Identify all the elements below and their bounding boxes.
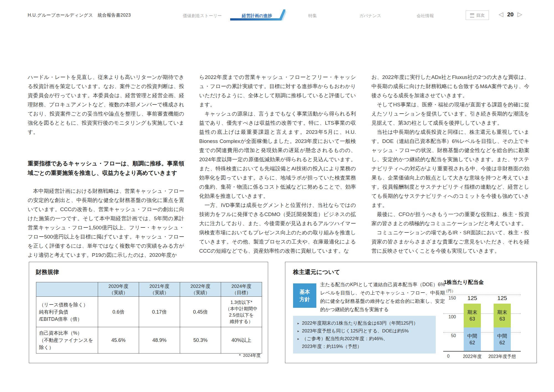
segment-value: 62 [499, 339, 505, 346]
y-tick-100: 100 [443, 314, 456, 319]
bar-segment-interim: 中間 62 [494, 327, 511, 351]
col-header-fy2024: 2024年度 （目標） [221, 282, 262, 297]
bar-total-label: 125 [464, 295, 481, 301]
paragraph: コミュニケーションの場であるIR・SR面談において、株主・投資家の皆さまからさま… [371, 228, 529, 255]
cell-value: 0.6倍 [98, 297, 139, 327]
cell-value: 50.3% [180, 327, 221, 353]
nav-management-plan-progress[interactable]: 経営計画の進捗 [242, 13, 272, 19]
paragraph: そしてHS事業は、医療・福祉の現場が直面する課題を的確に捉えたソリューションを提… [371, 100, 529, 127]
paragraph: お、2022年度に実行したADx社とFluxus社の2つの大きな買収は、中長期の… [371, 73, 529, 100]
paragraph: ハードル・レートを見直し、従来よりも高いリターンが期待できる投資計画を策定してい… [28, 73, 184, 137]
paragraph: キャッシュの源泉は、言うまでもなく事業活動から得られる利益であり、優先すべきは収… [199, 109, 356, 201]
paragraph: 一方、IVD事業は成長セグメントと位置付け、当社ならではの技術力をフルに発揮でき… [199, 201, 356, 255]
toc-label: 目次 [476, 13, 485, 18]
triangle-bullet-icon: ▸ [297, 327, 302, 335]
col-header-fy2020: 2020年度 （実績） [98, 282, 139, 297]
nav-label: 経営計画の進捗 [242, 13, 272, 18]
cell-value: 0.45倍 [180, 297, 221, 327]
col-header-fy2021: 2021年度 （実績） [139, 282, 180, 297]
bar-segment-yearend: 期末 63 [494, 304, 511, 327]
segment-name: 中間 [497, 333, 507, 339]
segment-name: 中間 [467, 333, 477, 339]
cell-target: 40%以上 [221, 327, 262, 353]
chart-title: 1株当たり配当金 [444, 279, 484, 286]
chart-unit-label: （円） [444, 289, 455, 294]
nav-special-feature[interactable]: 特集 [308, 13, 317, 19]
dividend-highlights-box: ▸ 2022年度期末の1株当たり配当金は63円（年間125円） ▸ 2023年度… [293, 316, 436, 353]
list-item: ▸ 2023年度予想も同じく125円とする、DOEは約5% [297, 327, 431, 335]
shareholder-returns-title: 株主還元について [293, 268, 340, 276]
triangle-bullet-icon: ▸ [297, 319, 302, 327]
segment-name: 期末 [497, 309, 507, 316]
page-number: 20 [507, 11, 514, 18]
basic-policy-text: 主たる配当のKPIとして連結自己資本配当率（DOE）6%レベルを目指し、その上で… [320, 280, 445, 314]
article-column-3: お、2022年度に実行したADx社とFluxus社の2つの大きな買収は、中長期の… [371, 73, 529, 255]
basic-policy-badge: 基本 方針 [293, 283, 316, 308]
bar-total-label: 125 [494, 295, 511, 301]
cell-target: 1.3倍以下* （本中計期間中 2.5倍以下を 維持する） [221, 297, 262, 327]
prev-page-button[interactable]: ◁ [499, 11, 503, 17]
triangle-bullet-icon: ▸ [297, 335, 302, 350]
table-corner-cell [36, 282, 98, 297]
paragraph: 最後に、CFOが担うべきもう一つの重要な役割は、株主・投資家の皆さまとの積極的な… [371, 210, 529, 228]
article-column-2: ら2022年度までの営業キャッシュ・フローとフリー・キャッシュ・フローの累計実績… [199, 73, 356, 255]
page-navigator: ◁ 20 ▷ [499, 11, 522, 18]
financial-discipline-title: 財務規律 [36, 268, 59, 276]
x-axis-line [443, 351, 521, 352]
y-tick-50: 50 [443, 333, 456, 338]
cell-value: 45.6% [98, 327, 139, 353]
segment-value: 62 [470, 339, 475, 346]
list-item-text: 2022年度期末の1株当たり配当金は63円（年間125円） [302, 319, 418, 327]
segment-value: 63 [470, 316, 475, 322]
paragraph: 本中期経営計画における財務戦略は、営業キャッシュ・フローの安定的な創出と、中長期… [28, 186, 184, 260]
table-row: （リース債務を除く） 純有利子負債 /EBITDA倍率（倍） 0.6倍 0.17… [36, 297, 262, 327]
paragraph: ら2022年度までの営業キャッシュ・フローとフリー・キャッシュ・フローの累計実績… [199, 73, 356, 109]
nav-company-info[interactable]: 会社情報 [417, 13, 434, 19]
paragraph: 当社は中長期的な成長投資と同様に、株主還元も重視しています。DOE（連結自己資本… [371, 127, 529, 210]
y-tick-0: 0 [447, 354, 450, 359]
cell-value: 48.9% [139, 327, 180, 353]
section-heading: 重要指標であるキャッシュ・フローは、順調に推移。事業領域ごとの重要施策を推進し、… [28, 159, 184, 178]
cell-value: 0.17倍 [139, 297, 180, 327]
stacked-bar-fy2023-forecast: 125 期末 63 中間 62 [494, 304, 511, 351]
list-item: ▸ 2022年度期末の1株当たり配当金は63円（年間125円） [297, 319, 431, 327]
x-tick-fy2023-forecast: 2023年度予想 [483, 354, 522, 360]
report-page: H.U.グループホールディングス 統合報告書2023 価値創造ストーリー 経営計… [0, 0, 554, 392]
segment-name: 期末 [467, 309, 477, 316]
article-column-1: ハードル・レートを見直し、従来よりも高いリターンが期待できる投資計画を策定してい… [28, 73, 184, 260]
row-label-equity-ratio: 自己資本比率（%） （不動産ファイナンスを 除く） [36, 327, 98, 353]
next-page-button[interactable]: ▷ [517, 11, 522, 17]
financial-discipline-panel: 財務規律 2020年度 （実績） 2021年度 （実績） 2022年度 （実績）… [29, 262, 268, 363]
financial-discipline-table: 2020年度 （実績） 2021年度 （実績） 2022年度 （実績） 2024… [36, 282, 262, 353]
segment-value: 63 [499, 316, 505, 322]
stacked-bar-fy2022: 125 期末 63 中間 62 [464, 304, 481, 351]
col-header-fy2022: 2022年度 （実績） [180, 282, 221, 297]
bar-segment-interim: 中間 62 [464, 327, 481, 351]
table-footnote: ＊ 2024年度 [238, 353, 261, 358]
nav-governance[interactable]: ガバナンス [359, 13, 381, 19]
bar-segment-yearend: 期末 63 [464, 304, 481, 327]
hamburger-icon [470, 13, 474, 17]
table-header-row: 2020年度 （実績） 2021年度 （実績） 2022年度 （実績） 2024… [36, 282, 262, 297]
list-item-text: （ご参考）配当性向2022年度：約46%、 2023年度：約119%（予想） [302, 335, 388, 350]
toc-button[interactable]: 目次 [466, 11, 489, 20]
y-tick-150: 150 [443, 296, 456, 301]
shareholder-returns-panel: 株主還元について 基本 方針 主たる配当のKPIとして連結自己資本配当率（DOE… [285, 262, 537, 363]
row-label-net-debt-ebitda: （リース債務を除く） 純有利子負債 /EBITDA倍率（倍） [36, 297, 98, 327]
list-item-text: 2023年度予想も同じく125円とする、DOEは約5% [302, 327, 409, 335]
nav-value-creation-story[interactable]: 価値創造ストーリー [183, 13, 222, 19]
report-title: H.U.グループホールディングス 統合報告書2023 [28, 12, 131, 18]
list-item: ▸ （ご参考）配当性向2022年度：約46%、 2023年度：約119%（予想） [297, 335, 431, 350]
table-row: 自己資本比率（%） （不動産ファイナンスを 除く） 45.6% 48.9% 50… [36, 327, 262, 353]
dividend-per-share-chart: 1株当たり配当金 （円） 150 100 50 0 125 期末 63 中間 6… [443, 278, 526, 361]
